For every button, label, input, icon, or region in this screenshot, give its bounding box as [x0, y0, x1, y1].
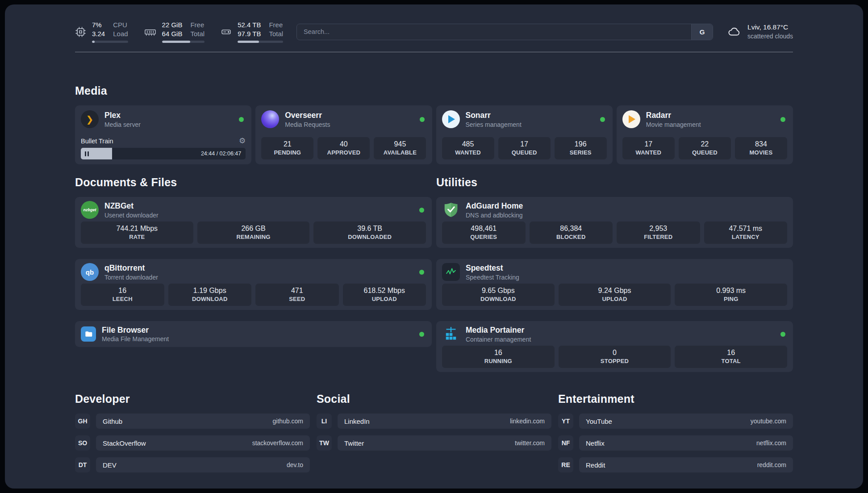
app-name: Overseerr: [285, 110, 330, 121]
bookmark-reddit[interactable]: RE Reddit reddit.com: [558, 457, 793, 472]
bookmark-stackoverflow[interactable]: SO StackOverflow stackoverflow.com: [75, 435, 310, 451]
app-card-nzbget[interactable]: nzbget NZBGet Usenet downloader 744.21 M…: [75, 197, 432, 248]
stat-tile: 945 AVAILABLE: [374, 137, 426, 159]
stat-value: 266 GB: [241, 224, 265, 234]
cpu-label: CPU: [113, 21, 128, 29]
app-card-overseerr[interactable]: Overseerr Media Requests 21 PENDING 40 A…: [255, 105, 432, 164]
stat-label: TOTAL: [722, 358, 741, 365]
stat-value: 17: [644, 140, 652, 149]
cpu-widget: 7% 3.24 CPU Load: [75, 21, 128, 43]
stat-label: QUERIES: [470, 234, 497, 241]
disk-progressbar: [238, 41, 283, 43]
bookmark-url: youtube.com: [751, 418, 786, 425]
stat-tile: 39.6 TB DOWNLOADED: [313, 221, 426, 244]
stat-value: 21: [284, 140, 292, 149]
status-dot: [420, 117, 425, 122]
app-name: Media Portainer: [466, 325, 531, 335]
stat-label: DOWNLOADED: [348, 234, 392, 241]
stat-label: WANTED: [636, 149, 662, 157]
stat-label: BLOCKED: [556, 234, 586, 241]
reddit-icon: RE: [558, 457, 573, 472]
adguard-shield-icon: [442, 201, 460, 219]
stackoverflow-icon: SO: [75, 435, 90, 451]
filebrowser-icon: [81, 326, 96, 342]
playback-progressbar[interactable]: 24:44 / 02:06:47: [81, 148, 246, 159]
bookmark-youtube[interactable]: YT YouTube youtube.com: [558, 414, 793, 429]
github-icon: GH: [75, 414, 90, 429]
stat-value: 744.21 Mbps: [117, 224, 158, 234]
section-title-documents: Documents & Files: [75, 176, 432, 189]
stat-label: UPLOAD: [372, 296, 397, 303]
search-bar[interactable]: G: [296, 24, 713, 40]
app-card-filebrowser[interactable]: File Browser Media File Management: [75, 321, 432, 347]
search-engine-button[interactable]: G: [691, 24, 713, 40]
bookmark-url: github.com: [273, 418, 303, 425]
stat-tile: 0.993 ms PING: [675, 284, 787, 306]
gear-icon[interactable]: ⚙: [239, 137, 246, 145]
pause-icon[interactable]: [85, 151, 89, 156]
bookmark-github[interactable]: GH Github github.com: [75, 414, 310, 429]
app-card-portainer[interactable]: Media Portainer Container management 16 …: [436, 321, 793, 372]
stat-tile: 196 SERIES: [555, 137, 607, 159]
stat-value: 0.993 ms: [716, 286, 746, 296]
bookmark-url: stackoverflow.com: [252, 439, 303, 447]
disk-free-label: Free: [269, 21, 283, 29]
cpu-icon: [75, 26, 86, 38]
stat-value: 16: [494, 348, 502, 358]
overseerr-icon: [261, 110, 279, 128]
twitter-icon: TW: [317, 435, 332, 451]
app-card-qbittorrent[interactable]: qb qBittorrent Torrent downloader 16: [75, 259, 432, 310]
section-media: Media ❯ Plex Media server: [75, 84, 793, 164]
stat-value: 40: [340, 140, 348, 149]
ram-free-label: Free: [190, 21, 204, 29]
stat-tile: 498,461 QUERIES: [442, 221, 526, 244]
stat-tile: 22 QUEUED: [679, 137, 731, 159]
bookmark-linkedin[interactable]: LI LinkedIn linkedin.com: [317, 414, 551, 429]
bookmark-netflix[interactable]: NF Netflix netflix.com: [558, 435, 793, 451]
weather-location: Lviv, 16.87°C: [747, 23, 793, 32]
app-card-radarr[interactable]: Radarr Movie management 17 WANTED 22 QUE…: [617, 105, 793, 164]
stat-tile: 471 SEED: [255, 284, 339, 306]
section-entertainment: Entertainment YT YouTube youtube.com NF …: [558, 393, 793, 479]
netflix-icon: NF: [558, 435, 573, 451]
stat-label: SERIES: [570, 149, 592, 157]
app-card-sonarr[interactable]: Sonarr Series management 485 WANTED 17 Q…: [436, 105, 613, 164]
cloud-icon: [726, 25, 742, 38]
stat-tile: 618.52 Mbps UPLOAD: [343, 284, 426, 306]
stat-tile: 86,384 BLOCKED: [530, 221, 613, 244]
dev-icon: DT: [75, 457, 90, 472]
stat-label: AVAILABLE: [384, 149, 417, 157]
app-card-speedtest[interactable]: Speedtest Speedtest Tracking 9.65 Gbps D…: [436, 259, 793, 310]
search-input[interactable]: [297, 24, 691, 40]
section-title-social: Social: [317, 393, 551, 405]
app-subtitle: Container management: [466, 335, 531, 343]
stat-tile: 21 PENDING: [261, 137, 313, 159]
stat-label: LATENCY: [732, 234, 760, 241]
stat-tile: 834 MOVIES: [735, 137, 787, 159]
bookmark-dev[interactable]: DT DEV dev.to: [75, 457, 310, 472]
stat-value: 9.65 Gbps: [482, 286, 515, 296]
app-card-plex[interactable]: ❯ Plex Media server Bullet Train ⚙: [75, 105, 251, 164]
now-playing-widget: Bullet Train ⚙ 24:44 / 02:06:47: [81, 137, 246, 159]
app-subtitle: Usenet downloader: [104, 211, 159, 219]
stat-value: 2,953: [649, 224, 667, 234]
stat-tile: 16 TOTAL: [675, 346, 787, 368]
section-title-developer: Developer: [75, 393, 310, 405]
bookmark-twitter[interactable]: TW Twitter twitter.com: [317, 435, 551, 451]
stat-label: STOPPED: [601, 358, 629, 365]
stat-label: PENDING: [274, 149, 301, 157]
app-card-adguard[interactable]: AdGuard Home DNS and adblocking 498,461 …: [436, 197, 793, 248]
weather-condition: scattered clouds: [747, 32, 793, 41]
app-subtitle: Movie management: [646, 121, 701, 129]
stat-label: WANTED: [455, 149, 481, 157]
app-name: Sonarr: [466, 110, 522, 121]
bookmark-name: LinkedIn: [344, 418, 370, 425]
bookmark-name: Reddit: [586, 461, 605, 469]
stat-label: QUEUED: [692, 149, 718, 157]
disk-icon: [221, 26, 232, 38]
stat-tile: 2,953 FILTERED: [617, 221, 700, 244]
stat-label: RUNNING: [484, 358, 512, 365]
ram-free-value: 22 GiB: [162, 21, 183, 29]
stat-label: PING: [724, 296, 739, 303]
plex-icon: ❯: [81, 110, 99, 128]
